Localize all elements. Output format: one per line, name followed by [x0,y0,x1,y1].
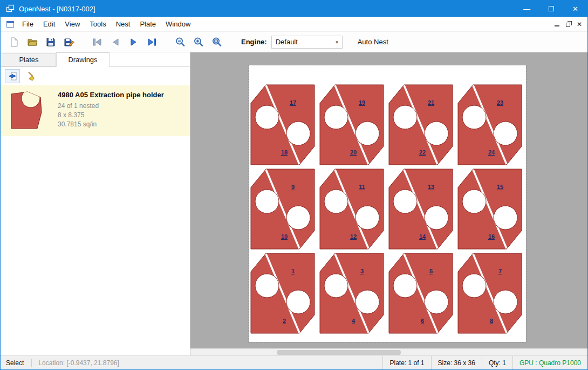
nest-svg: 171819202122232491011121314151612345678 [249,65,526,342]
page-arrow-left-icon [7,71,18,82]
menu-file[interactable]: File [17,17,38,31]
zoom-fit-button[interactable] [208,33,226,51]
chevron-down-icon: ▾ [336,39,338,45]
part-number[interactable]: 1 [291,268,295,274]
horizontal-scrollbar[interactable] [190,348,587,355]
nest-pair[interactable]: 1920 [320,85,384,165]
save-button[interactable] [42,33,60,51]
next-plate-button[interactable] [125,33,143,51]
status-mode: Select [1,359,31,367]
clear-button[interactable] [24,69,39,83]
menu-edit[interactable]: Edit [38,17,60,31]
nest-pair[interactable]: 2122 [389,85,453,165]
part-number[interactable]: 4 [352,318,355,324]
open-button[interactable] [23,33,42,51]
nest-pair[interactable]: 78 [458,253,522,333]
mdi-close-icon[interactable]: ✕ [577,21,582,28]
pipe-hole [324,190,348,213]
part-number[interactable]: 22 [419,149,426,156]
part-number[interactable]: 17 [290,99,296,106]
minimize-button[interactable]: — [515,1,539,17]
nest-pair[interactable]: 1516 [458,169,522,249]
zoom-in-button[interactable] [189,33,208,51]
engine-dropdown[interactable]: Default ▾ [271,36,343,49]
part-number[interactable]: 21 [428,99,434,106]
nest-pair[interactable]: 12 [251,253,314,333]
previous-plate-button[interactable] [106,33,125,51]
nest-pair[interactable]: 1112 [320,169,384,249]
pipe-hole [324,105,348,129]
pipe-hole [393,274,417,298]
menu-bar: File Edit View Tools Nest Plate Window ✕ [1,17,587,31]
first-plate-button[interactable] [88,33,106,51]
nest-canvas[interactable]: 171819202122232491011121314151612345678 [190,52,587,355]
pipe-hole [324,274,348,298]
pipe-hole [425,122,448,145]
part-number[interactable]: 11 [359,184,365,190]
mdi-window-controls: ✕ [555,21,587,28]
menu-tools[interactable]: Tools [85,17,111,31]
part-number[interactable]: 23 [497,99,503,106]
plate[interactable]: 171819202122232491011121314151612345678 [249,65,526,342]
part-number[interactable]: 15 [497,184,503,190]
part-number[interactable]: 3 [360,268,364,274]
zoom-fit-icon [211,37,222,48]
title-bar: OpenNest - [N0317-002] — ✕ [1,1,587,17]
menu-view[interactable]: View [60,17,85,31]
part-number[interactable]: 24 [488,149,495,156]
part-number[interactable]: 16 [488,233,495,240]
new-button[interactable] [5,33,23,51]
drawings-toolbar [1,67,190,85]
part-number[interactable]: 6 [421,318,424,324]
pipe-hole [286,122,310,145]
zoom-out-button[interactable] [171,33,189,51]
broom-icon [26,71,37,82]
part-number[interactable]: 8 [490,318,493,324]
drawings-list[interactable]: 4980 A05 Extraction pipe holder 24 of 1 … [1,85,190,355]
first-arrow-icon [92,37,102,48]
part-number[interactable]: 7 [498,268,502,274]
part-number[interactable]: 10 [281,233,288,240]
part-number[interactable]: 9 [291,184,295,190]
pipe-hole [355,122,379,145]
menu-plate[interactable]: Plate [135,17,161,31]
nest-pair[interactable]: 910 [251,169,314,249]
last-plate-button[interactable] [143,33,161,51]
part-number[interactable]: 5 [429,268,433,274]
maximize-button[interactable] [539,1,563,17]
mdi-restore-icon[interactable] [566,23,570,27]
part-nested-count: 24 of 1 nested [58,102,164,111]
nest-pair[interactable]: 1314 [389,169,453,249]
pipe-hole [286,290,310,314]
tab-drawings[interactable]: Drawings [56,52,110,67]
part-area: 30.7815 sq/in [58,120,164,129]
menu-nest[interactable]: Nest [111,17,135,31]
save-as-button[interactable] [60,33,78,51]
list-item-part[interactable]: 4980 A05 Extraction pipe holder 24 of 1 … [1,85,190,136]
tab-plates[interactable]: Plates [2,53,56,66]
part-number[interactable]: 20 [350,149,357,156]
pipe-hole [255,274,279,298]
part-number[interactable]: 14 [419,233,426,240]
auto-nest-button[interactable]: Auto Nest [353,35,393,49]
part-number[interactable]: 12 [350,233,357,240]
part-number[interactable]: 18 [281,149,288,156]
save-edit-icon [64,37,74,48]
part-number[interactable]: 2 [283,318,286,324]
part-info: 4980 A05 Extraction pipe holder 24 of 1 … [58,90,164,129]
document-window-icon [6,20,15,29]
status-size: Size: 36 x 36 [431,356,482,369]
mdi-minimize-icon[interactable] [555,22,559,26]
nest-pair[interactable]: 2324 [458,85,522,165]
menu-window[interactable]: Window [161,17,195,31]
nest-pair[interactable]: 56 [389,253,453,333]
pipe-hole [494,290,517,314]
horizontal-scrollbar-thumb[interactable] [277,350,401,355]
engine-value: Default [276,38,298,46]
close-button[interactable]: ✕ [563,1,587,17]
nest-pair[interactable]: 1718 [251,85,314,165]
send-to-plate-button[interactable] [5,69,20,83]
part-number[interactable]: 13 [428,184,434,190]
nest-pair[interactable]: 34 [320,253,384,333]
part-number[interactable]: 19 [359,99,365,106]
